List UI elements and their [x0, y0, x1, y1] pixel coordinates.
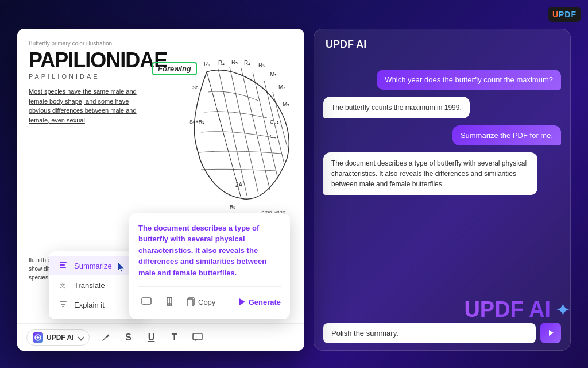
text-icon[interactable]: T [168, 331, 181, 344]
svg-text:Sc+R₁: Sc+R₁ [189, 119, 204, 125]
pdf-subtitle: Butterfly primary color illustration [29, 40, 293, 47]
dropdown-menu: Summarize 文 Translate Explain it [49, 251, 141, 319]
svg-rect-29 [60, 301, 67, 302]
dropdown-item-translate[interactable]: 文 Translate [49, 275, 141, 295]
updf-ai-brand-text: UPDF AI [464, 297, 551, 322]
chevron-down-icon [78, 334, 84, 340]
svg-text:文: 文 [60, 282, 65, 289]
svg-line-4 [253, 72, 278, 181]
svg-rect-27 [60, 267, 66, 268]
svg-rect-24 [193, 334, 202, 340]
underline-icon[interactable]: U [145, 331, 158, 344]
svg-marker-36 [118, 262, 125, 273]
user-message-2: Summarize the PDF for me. [452, 125, 561, 145]
cursor-arrow [118, 262, 129, 276]
ai-message-1: The butterfly counts the maximum in 1999… [323, 97, 470, 118]
send-button[interactable] [540, 323, 561, 343]
pdf-body-text: Most species have the same male and fema… [29, 87, 144, 125]
svg-text:R₃: R₃ [231, 60, 238, 66]
svg-text:M₃: M₃ [283, 101, 289, 108]
svg-text:R₅: R₅ [230, 204, 236, 210]
svg-text:R₅: R₅ [258, 62, 265, 68]
svg-text:Sc: Sc [192, 85, 199, 90]
svg-text:R₄: R₄ [244, 60, 250, 66]
chat-action-icon[interactable] [138, 294, 154, 310]
summarize-icon [58, 260, 68, 271]
svg-line-0 [207, 72, 241, 198]
summary-actions: Copy Generate [138, 286, 281, 310]
generate-label: Generate [249, 298, 281, 306]
svg-line-2 [230, 67, 258, 194]
svg-text:2A: 2A [235, 182, 243, 188]
logo-u: U [552, 10, 559, 19]
explain-icon [58, 300, 68, 310]
ai-icon [33, 332, 43, 343]
summary-text: The document describes a type of butterf… [138, 223, 281, 279]
wing-illustration: R₁ R₂ R₃ R₄ R₅ M₁ M₂ M₃ Sc Cu₁ Cu₂ 2A Sc… [172, 60, 299, 227]
svg-text:R₂: R₂ [218, 60, 225, 66]
svg-text:Cu₂: Cu₂ [270, 133, 279, 139]
copy-label: Copy [198, 298, 215, 306]
explain-label: Explain it [74, 301, 105, 309]
svg-text:Cu₁: Cu₁ [270, 119, 279, 125]
svg-rect-25 [60, 262, 67, 263]
svg-rect-31 [62, 306, 64, 307]
pdf-toolbar: UPDF AI S U T [17, 323, 304, 351]
updf-ai-brand: UPDF AI ✦ [464, 297, 571, 322]
svg-rect-26 [60, 264, 65, 266]
dropdown-item-explain[interactable]: Explain it [49, 295, 141, 315]
ai-message-2: The document describes a type of butterf… [323, 152, 537, 195]
svg-text:M₁: M₁ [270, 71, 277, 78]
copy-button[interactable]: Copy [187, 297, 215, 306]
translate-label: Translate [74, 281, 105, 290]
svg-text:M₂: M₂ [278, 84, 285, 90]
translate-icon: 文 [58, 280, 68, 290]
updf-logo: UPDF [548, 7, 581, 22]
updf-ai-button[interactable]: UPDF AI [26, 329, 90, 346]
sparkle-icon: ✦ [555, 299, 571, 321]
send-arrow-icon [549, 330, 554, 336]
ai-btn-label: UPDF AI [47, 334, 74, 342]
svg-rect-35 [187, 299, 193, 306]
summary-popup: The document describes a type of butterf… [129, 213, 290, 320]
logo-pdf: PDF [559, 10, 577, 19]
summarize-label: Summarize [74, 262, 112, 270]
ai-input[interactable] [323, 323, 536, 343]
highlight-icon[interactable] [99, 331, 113, 344]
svg-rect-30 [61, 304, 65, 305]
svg-rect-32 [142, 298, 151, 304]
comment-icon[interactable] [191, 331, 204, 344]
edit-action-icon[interactable] [161, 294, 177, 310]
ai-messages: Which year does the butterfly count the … [314, 60, 570, 316]
generate-arrow-icon [239, 298, 245, 305]
strikethrough-icon[interactable]: S [122, 331, 136, 344]
generate-button[interactable]: Generate [239, 298, 281, 306]
pdf-panel: Butterfly primary color illustration PAP… [17, 29, 304, 351]
ai-panel-header: UPDF AI [314, 29, 570, 60]
user-message-1: Which year does the butterfly count the … [377, 70, 561, 90]
svg-text:R₁: R₁ [204, 61, 210, 67]
